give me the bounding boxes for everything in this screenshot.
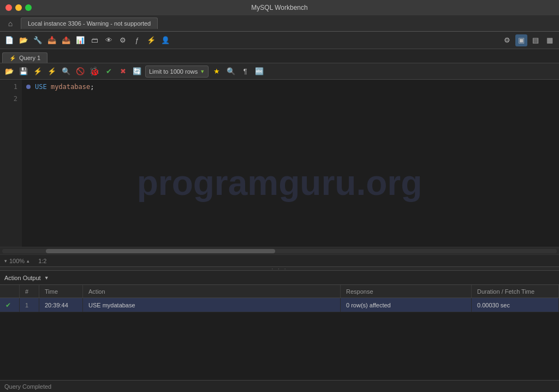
output-header: Action Output ▼ xyxy=(0,271,559,285)
limit-label: Limit to 1000 rows xyxy=(149,68,198,75)
output-title: Action Output xyxy=(4,275,41,281)
minimize-button[interactable] xyxy=(15,4,22,11)
query-tab-1[interactable]: ⚡ Query 1 xyxy=(2,52,47,63)
zoom-up-icon[interactable]: ▴ xyxy=(27,258,29,264)
zoom-down-icon[interactable]: ▾ xyxy=(4,258,7,264)
cursor-position: 1:2 xyxy=(38,258,46,264)
view-icon[interactable]: 👁 xyxy=(103,34,115,46)
stop-icon[interactable]: 🚫 xyxy=(74,66,86,78)
import-icon[interactable]: 📥 xyxy=(46,34,58,46)
scrollbar-track[interactable] xyxy=(2,249,557,253)
search-icon[interactable]: 🔍 xyxy=(225,66,237,78)
execute-icon[interactable]: ⚡ xyxy=(32,66,44,78)
toolbar: 📄 📂 🔧 📥 📤 📊 🗃 👁 ⚙ ƒ ⚡ 👤 ⚙ ▣ ▤ ▦ xyxy=(0,32,559,49)
toggle-output-icon[interactable]: 🐞 xyxy=(88,66,100,78)
th-num: # xyxy=(20,285,39,298)
limit-select[interactable]: Limit to 1000 rows ▼ xyxy=(145,66,209,78)
td-response: 0 row(s) affected xyxy=(341,298,472,312)
scrollbar-thumb[interactable] xyxy=(46,249,275,253)
close-button[interactable] xyxy=(5,4,12,11)
bookmark-icon[interactable]: ★ xyxy=(211,66,223,78)
home-icon[interactable]: ⌂ xyxy=(4,17,16,29)
editor-wrapper: 1 2 USE mydatabase; programguru.org xyxy=(0,80,559,266)
td-check: ✔ xyxy=(0,298,20,312)
query-status-text: Query Completed xyxy=(4,383,51,390)
open-file-icon[interactable]: 📂 xyxy=(17,34,29,46)
line-marker-1 xyxy=(26,85,31,89)
zoom-control[interactable]: ▾ 100% ▴ xyxy=(4,258,29,264)
code-area[interactable]: USE mydatabase; xyxy=(22,80,559,247)
limit-dropdown-arrow: ▼ xyxy=(200,69,205,74)
th-response: Response xyxy=(341,285,472,298)
td-action: USE mydatabase xyxy=(83,298,341,312)
window-controls xyxy=(5,4,32,11)
th-status xyxy=(0,285,20,298)
editor-area[interactable]: 1 2 USE mydatabase; programguru.org xyxy=(0,80,559,247)
beautify-icon[interactable]: ¶ xyxy=(239,66,251,78)
code-line-2 xyxy=(26,93,555,105)
row-number: 1 xyxy=(25,302,28,308)
export-icon[interactable]: 📤 xyxy=(60,34,72,46)
new-file-icon[interactable]: 📄 xyxy=(3,34,15,46)
layout1-icon[interactable]: ▣ xyxy=(515,34,527,46)
maximize-button[interactable] xyxy=(25,4,32,11)
trigger-icon[interactable]: ⚡ xyxy=(145,34,157,46)
table-row[interactable]: ✔ 1 20:39:44 USE mydatabase 0 row(s) aff… xyxy=(0,298,559,312)
query-tab-label: Query 1 xyxy=(19,55,40,61)
output-area: Action Output ▼ # Time Action Response D… xyxy=(0,271,559,380)
td-row-num: 1 xyxy=(20,298,39,312)
resize-handle[interactable]: · · · xyxy=(0,266,559,271)
toggle-autocommit-icon[interactable]: 🔄 xyxy=(131,66,143,78)
schema-icon[interactable]: 📊 xyxy=(74,34,86,46)
instance-tab[interactable]: Local instance 3306 - Warning - not supp… xyxy=(21,17,158,29)
code-content-1: USE mydatabase; xyxy=(35,81,94,93)
horizontal-scrollbar[interactable] xyxy=(0,247,559,254)
explain-icon[interactable]: 🔍 xyxy=(60,66,72,78)
code-content-2 xyxy=(26,93,30,105)
table-icon[interactable]: 🗃 xyxy=(88,34,100,46)
editor-status-bar: ▾ 100% ▴ 1:2 xyxy=(0,254,559,266)
rollback-icon[interactable]: ✖ xyxy=(117,66,129,78)
td-duration: 0.00030 sec xyxy=(472,298,559,312)
query-toolbar: 📂 💾 ⚡ ⚡ 🔍 🚫 🐞 ✔ ✖ 🔄 Limit to 1000 rows ▼… xyxy=(0,63,559,80)
line-numbers: 1 2 xyxy=(0,80,22,247)
th-duration: Duration / Fetch Time xyxy=(472,285,559,298)
line-num-1: 1 xyxy=(0,81,17,93)
layout2-icon[interactable]: ▤ xyxy=(530,34,542,46)
query-tab-icon: ⚡ xyxy=(9,55,16,61)
function-icon[interactable]: ƒ xyxy=(131,34,143,46)
bottom-status-bar: Query Completed xyxy=(0,380,559,392)
procedure-icon[interactable]: ⚙ xyxy=(117,34,129,46)
menu-bar: ⌂ Local instance 3306 - Warning - not su… xyxy=(0,15,559,32)
query-tabs: ⚡ Query 1 xyxy=(0,49,559,63)
output-dropdown-icon[interactable]: ▼ xyxy=(44,275,49,281)
output-table: # Time Action Response Duration / Fetch … xyxy=(0,285,559,380)
table-header: # Time Action Response Duration / Fetch … xyxy=(0,285,559,298)
th-time: Time xyxy=(39,285,83,298)
find-replace-icon[interactable]: 🔤 xyxy=(253,66,265,78)
title-bar: MySQL Workbench xyxy=(0,0,559,15)
line-num-2: 2 xyxy=(0,93,17,105)
td-time: 20:39:44 xyxy=(39,298,83,312)
zoom-value: 100% xyxy=(9,258,25,264)
manage-connections-icon[interactable]: 🔧 xyxy=(32,34,44,46)
window-title: MySQL Workbench xyxy=(251,4,307,11)
execute-selection-icon[interactable]: ⚡ xyxy=(46,66,58,78)
open-script-icon[interactable]: 📂 xyxy=(3,66,15,78)
layout3-icon[interactable]: ▦ xyxy=(544,34,556,46)
th-action: Action xyxy=(83,285,341,298)
main-layout: 1 2 USE mydatabase; programguru.org xyxy=(0,80,559,392)
code-line-1: USE mydatabase; xyxy=(26,81,555,93)
save-script-icon[interactable]: 💾 xyxy=(17,66,29,78)
user-icon[interactable]: 👤 xyxy=(159,34,171,46)
check-icon: ✔ xyxy=(5,301,11,309)
settings-icon[interactable]: ⚙ xyxy=(501,34,513,46)
commit-icon[interactable]: ✔ xyxy=(103,66,115,78)
